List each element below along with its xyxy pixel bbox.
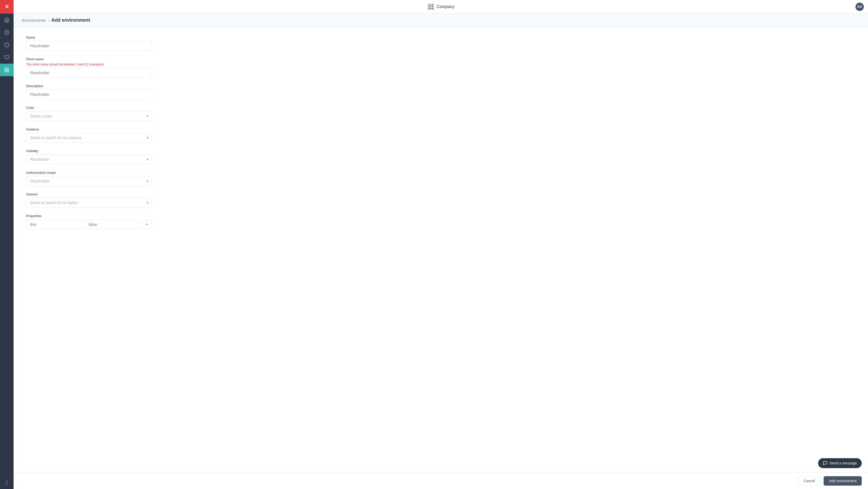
svg-rect-6 <box>7 68 9 70</box>
user-avatar[interactable]: DO <box>856 3 864 11</box>
svg-rect-5 <box>5 68 6 70</box>
properties-add-button[interactable]: + <box>142 220 151 229</box>
monitor-icon <box>4 42 9 47</box>
svg-rect-8 <box>7 70 9 72</box>
avatar-initials: DO <box>857 5 862 9</box>
chat-icon <box>823 461 828 465</box>
send-message-button[interactable]: Send a message <box>818 458 862 468</box>
color-select-wrapper: Select a color ▾ <box>26 111 151 121</box>
owners-field-group: Owners Select or search for an option ▾ <box>26 192 151 208</box>
instance-field-group: Instance Select or search for an instanc… <box>26 127 151 143</box>
sidebar-item-more[interactable] <box>0 477 13 489</box>
main-area: Company DO Environments › Add environmen… <box>13 0 868 489</box>
brand: Company <box>427 3 454 10</box>
add-environment-button[interactable]: Add environment <box>824 476 862 486</box>
short-name-field-group: Short name The short name should be betw… <box>26 57 151 78</box>
auth-issuer-label: Authorization issuer <box>26 171 151 174</box>
breadcrumb-bar: Environments › Add environment <box>13 13 868 27</box>
auth-issuer-select-wrapper: Placeholder ▾ <box>26 176 151 186</box>
svg-rect-7 <box>5 70 6 72</box>
properties-label: Properties <box>26 214 151 218</box>
grid-icon <box>427 3 435 10</box>
sidebar-item-environments[interactable] <box>0 64 13 76</box>
instance-select[interactable]: Select or search for an instance <box>26 133 151 143</box>
description-field-group: Description <box>26 84 151 99</box>
properties-key-input[interactable] <box>26 220 82 229</box>
visibility-field-group: Visibility Placeholder ▾ <box>26 149 151 164</box>
owners-select-wrapper: Select or search for an option ▾ <box>26 198 151 208</box>
logo-icon: ✕ <box>5 4 9 10</box>
sidebar: ✕ <box>0 0 13 489</box>
app-logo[interactable]: ✕ <box>0 0 13 13</box>
transfer-icon <box>4 30 9 35</box>
action-bar: Cancel Add environment <box>13 472 868 489</box>
auth-issuer-field-group: Authorization issuer Placeholder ▾ <box>26 171 151 186</box>
short-name-input[interactable] <box>26 68 151 78</box>
environments-icon <box>4 67 9 72</box>
short-name-hint: The short name should be between 3 and 1… <box>26 63 151 66</box>
color-label: Color <box>26 106 151 109</box>
sidebar-item-monitor[interactable] <box>0 39 13 51</box>
send-message-label: Send a message <box>830 461 857 465</box>
short-name-label: Short name <box>26 57 151 61</box>
instance-select-wrapper: Select or search for an instance ▾ <box>26 133 151 143</box>
description-label: Description <box>26 84 151 88</box>
home-icon <box>4 17 9 23</box>
brand-name: Company <box>437 4 454 9</box>
cancel-button[interactable]: Cancel <box>798 476 821 486</box>
instance-label: Instance <box>26 127 151 131</box>
owners-select[interactable]: Select or search for an option <box>26 198 151 208</box>
sidebar-item-transfer[interactable] <box>0 26 13 39</box>
sidebar-item-home[interactable] <box>0 13 13 26</box>
svg-point-9 <box>6 481 7 482</box>
color-field-group: Color Select a color ▾ <box>26 106 151 121</box>
name-input[interactable] <box>26 41 151 51</box>
name-field-group: Name <box>26 35 151 51</box>
properties-value-input[interactable] <box>84 220 140 229</box>
more-icon <box>4 480 9 485</box>
sidebar-item-heart[interactable] <box>0 51 13 64</box>
properties-field-group: Properties + <box>26 214 151 229</box>
content-area: Name Short name The short name should be… <box>13 27 868 489</box>
visibility-select[interactable]: Placeholder <box>26 155 151 164</box>
breadcrumb-separator: › <box>48 18 49 23</box>
heart-icon <box>4 55 9 60</box>
svg-point-10 <box>6 483 7 483</box>
visibility-select-wrapper: Placeholder ▾ <box>26 155 151 164</box>
topbar: Company DO <box>13 0 868 13</box>
visibility-label: Visibility <box>26 149 151 153</box>
svg-point-11 <box>6 484 7 485</box>
properties-row: + <box>26 220 151 229</box>
description-input[interactable] <box>26 90 151 99</box>
color-select[interactable]: Select a color <box>26 111 151 121</box>
name-label: Name <box>26 35 151 39</box>
breadcrumb-current: Add environment <box>52 18 90 23</box>
auth-issuer-select[interactable]: Placeholder <box>26 176 151 186</box>
breadcrumb-parent[interactable]: Environments <box>22 18 46 23</box>
owners-label: Owners <box>26 192 151 196</box>
